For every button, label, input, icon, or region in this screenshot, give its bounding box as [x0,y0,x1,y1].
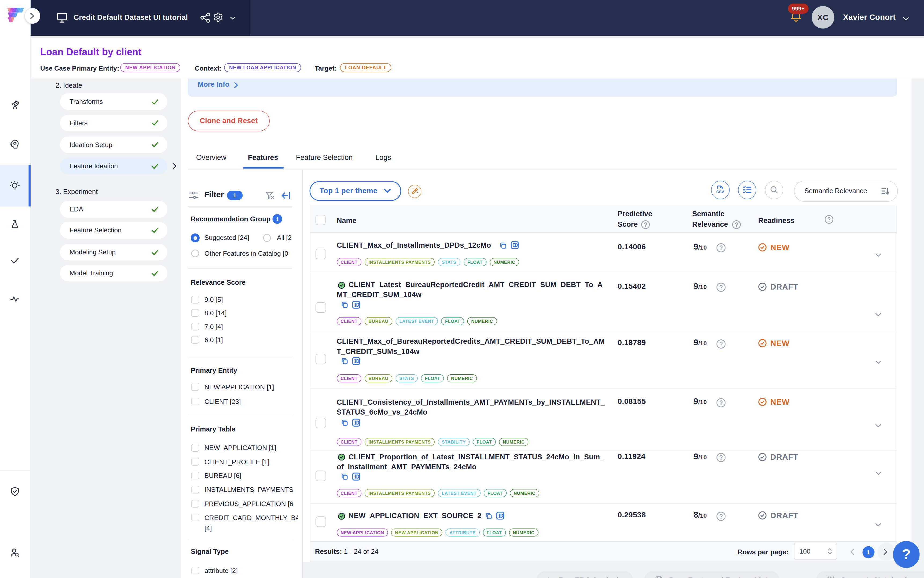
svg-text:CSV: CSV [717,190,725,194]
